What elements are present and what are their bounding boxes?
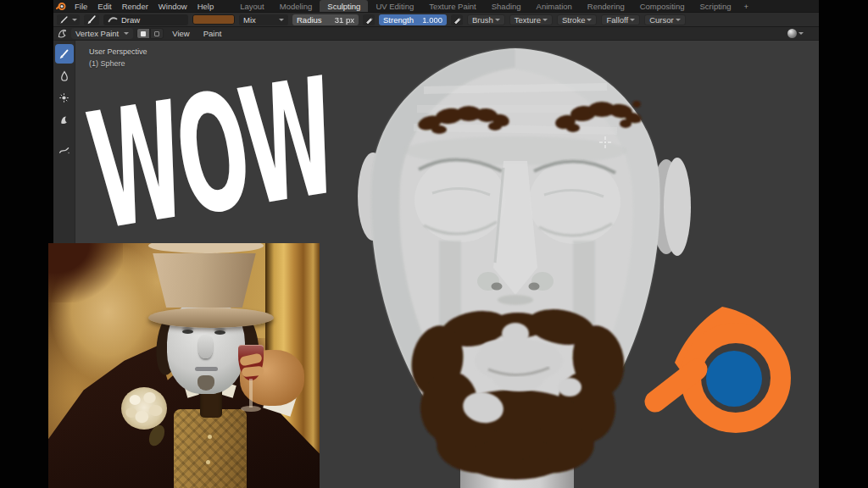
brush-preview-icon bbox=[86, 14, 97, 25]
brush-preview-button[interactable] bbox=[84, 14, 99, 25]
overlay-object-label: (1) Sphere bbox=[89, 58, 147, 69]
strength-slider[interactable]: Strength 1.000 bbox=[379, 14, 447, 25]
face-mask-toggle[interactable] bbox=[136, 28, 150, 39]
menu-edit[interactable]: Edit bbox=[92, 2, 116, 11]
vertex-mask-icon bbox=[154, 31, 159, 36]
photo-vest-button bbox=[206, 460, 210, 464]
menu-file[interactable]: File bbox=[70, 2, 92, 11]
tool-blur-icon bbox=[59, 70, 70, 81]
paint-mask-toggles bbox=[136, 28, 164, 39]
brush-stroke-icon bbox=[108, 15, 118, 24]
menu-paint[interactable]: Paint bbox=[198, 29, 227, 38]
photo-hat-brim bbox=[148, 308, 274, 328]
menu-help[interactable]: Help bbox=[192, 2, 220, 11]
meme-photo-inset bbox=[48, 243, 320, 488]
falloff-panel-label: Falloff bbox=[606, 15, 628, 25]
shading-sphere-icon bbox=[787, 29, 797, 38]
tab-add-workspace[interactable]: + bbox=[738, 0, 754, 12]
tool-draw-button[interactable] bbox=[55, 44, 74, 64]
main-menus: File Edit Render Window Help bbox=[70, 2, 219, 11]
active-tool-icon bbox=[59, 15, 69, 25]
tab-uv-editing[interactable]: UV Editing bbox=[368, 0, 421, 12]
photo-boutonniere-flower bbox=[121, 387, 167, 430]
chevron-down-icon bbox=[630, 19, 635, 21]
tool-annotate-icon bbox=[58, 145, 70, 155]
photo-wine-glass-stem bbox=[249, 379, 253, 408]
vertex-mask-toggle[interactable] bbox=[150, 28, 164, 39]
radius-pressure-toggle[interactable] bbox=[363, 14, 375, 25]
brush-name-label: Draw bbox=[121, 15, 140, 25]
cursor-panel-label: Cursor bbox=[649, 15, 674, 25]
pressure-icon bbox=[365, 16, 373, 24]
photo-vest bbox=[174, 409, 247, 488]
photo-hat-crown bbox=[148, 253, 260, 308]
letterbox-right bbox=[819, 0, 868, 488]
brush-panel-button[interactable]: Brush bbox=[467, 14, 505, 25]
tool-annotate-button[interactable] bbox=[55, 140, 74, 159]
tool-settings-bar: Draw Mix Radius 31 px Strength 1.000 bbox=[53, 12, 819, 26]
menu-view[interactable]: View bbox=[167, 29, 194, 38]
stroke-panel-label: Stroke bbox=[562, 15, 585, 25]
photo-hat-top bbox=[148, 243, 264, 253]
tab-compositing[interactable]: Compositing bbox=[632, 0, 693, 12]
tab-modeling[interactable]: Modeling bbox=[272, 0, 320, 12]
stroke-panel-button[interactable]: Stroke bbox=[557, 14, 597, 25]
tool-average-button[interactable] bbox=[55, 88, 74, 108]
texture-panel-label: Texture bbox=[515, 15, 541, 25]
blend-mode-label: Mix bbox=[243, 15, 256, 25]
photo-top-hat bbox=[148, 243, 274, 314]
tool-draw-icon bbox=[58, 48, 70, 59]
texture-panel-button[interactable]: Texture bbox=[509, 14, 553, 25]
brush-panel-label: Brush bbox=[472, 15, 493, 25]
tab-rendering[interactable]: Rendering bbox=[580, 0, 632, 12]
radius-label: Radius bbox=[297, 15, 322, 25]
chevron-down-icon bbox=[676, 19, 681, 21]
brush-datablock-field[interactable]: Draw bbox=[103, 14, 188, 25]
photo-goatee bbox=[198, 375, 214, 391]
menu-window[interactable]: Window bbox=[153, 2, 192, 11]
vertex-paint-mode-icon bbox=[57, 28, 68, 39]
chevron-down-icon bbox=[542, 19, 548, 21]
tool-average-icon bbox=[58, 92, 70, 103]
blend-mode-dropdown[interactable]: Mix bbox=[239, 14, 288, 25]
pressure-icon bbox=[453, 16, 461, 24]
photo-dark-corner bbox=[48, 243, 123, 302]
brush-cursor-crosshair bbox=[599, 136, 611, 148]
strength-value: 1.000 bbox=[422, 15, 442, 25]
tool-smear-button[interactable] bbox=[55, 110, 74, 130]
workspace-tabs: Layout Modeling Sculpting UV Editing Tex… bbox=[232, 0, 754, 12]
tab-sculpting[interactable]: Sculpting bbox=[320, 0, 368, 12]
radius-value: 31 px bbox=[335, 15, 354, 25]
chevron-down-icon bbox=[495, 19, 500, 21]
photo-eye-right bbox=[214, 330, 225, 335]
tab-shading[interactable]: Shading bbox=[484, 0, 529, 12]
strength-label: Strength bbox=[383, 15, 414, 25]
topbar: File Edit Render Window Help Layout Mode… bbox=[53, 0, 819, 12]
tab-texture-paint[interactable]: Texture Paint bbox=[421, 0, 483, 12]
overlay-perspective-label: User Perspective bbox=[89, 46, 147, 58]
photo-vest-button bbox=[208, 435, 212, 439]
active-tool-button[interactable] bbox=[57, 14, 80, 25]
viewport-overlay-text: User Perspective (1) Sphere bbox=[89, 46, 147, 69]
blender-logo-watermark bbox=[644, 302, 802, 437]
cursor-panel-button[interactable]: Cursor bbox=[644, 14, 686, 25]
tab-layout[interactable]: Layout bbox=[232, 0, 272, 12]
brush-color-swatch[interactable] bbox=[192, 14, 235, 25]
menu-render[interactable]: Render bbox=[117, 2, 153, 11]
tool-blur-button[interactable] bbox=[55, 66, 74, 86]
mode-selector-dropdown[interactable]: Vertex Paint bbox=[71, 28, 133, 39]
tab-scripting[interactable]: Scripting bbox=[693, 0, 739, 12]
radius-slider[interactable]: Radius 31 px bbox=[292, 14, 359, 25]
paint-mask-icon bbox=[141, 31, 146, 36]
chevron-down-icon bbox=[798, 32, 804, 35]
photo-mouth bbox=[195, 367, 218, 371]
photo-eye-left bbox=[182, 330, 193, 334]
tab-animation[interactable]: Animation bbox=[529, 0, 580, 12]
blender-logo-eye bbox=[706, 351, 762, 407]
view3d-header: Vertex Paint View Paint bbox=[53, 26, 819, 41]
blender-app-icon[interactable] bbox=[56, 1, 66, 11]
chevron-down-icon bbox=[72, 19, 77, 21]
falloff-panel-button[interactable]: Falloff bbox=[601, 14, 640, 25]
viewport-shading-dropdown[interactable] bbox=[787, 29, 804, 38]
strength-pressure-toggle[interactable] bbox=[451, 14, 463, 25]
